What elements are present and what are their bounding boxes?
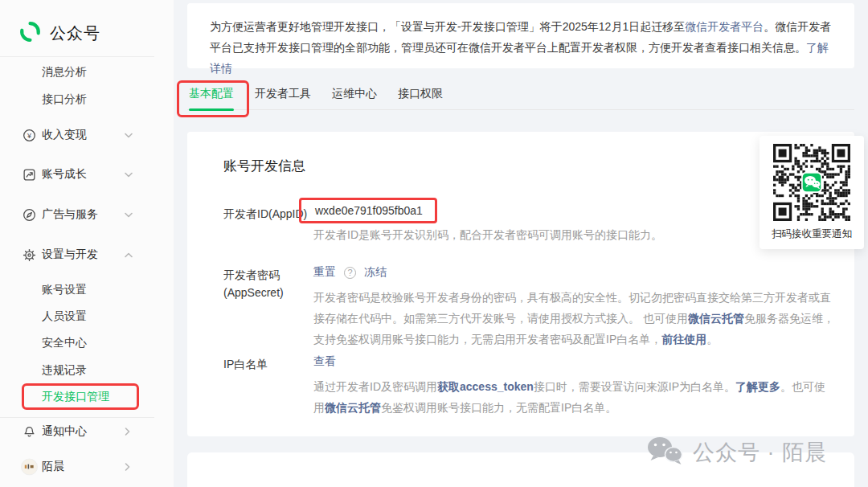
banner-text: 为方便运营者更好地管理开发接口，「设置与开发-开发接口管理」将于2025年12月…: [210, 16, 832, 79]
chevron-right-icon: [125, 463, 133, 471]
sidebar-item-violation-records[interactable]: 违规记录: [0, 358, 174, 383]
learn-more-ip-link[interactable]: 了解更多: [735, 380, 780, 393]
gear-icon: [22, 248, 36, 262]
sidebar-group-settings-dev[interactable]: 设置与开发: [0, 243, 174, 267]
appsecret-label: 开发者密码(AppSecret): [223, 265, 313, 350]
sidebar-divider: [0, 417, 154, 418]
brand-name: 公众号: [50, 23, 100, 44]
brand-logo[interactable]: 公众号: [19, 21, 100, 46]
sidebar-item-label: 消息分析: [42, 65, 87, 80]
bell-icon: [22, 424, 36, 439]
sidebar-item-staff-settings[interactable]: 人员设置: [0, 305, 174, 329]
wechat-devplatform-link[interactable]: 微信开发者平台: [685, 20, 764, 33]
account-name: 陌晨: [42, 460, 64, 474]
qr-caption: 扫码接收重要通知: [760, 227, 864, 241]
sidebar-item-message-analytics[interactable]: 消息分析: [0, 60, 174, 84]
view-ip-whitelist-link[interactable]: 查看: [313, 354, 336, 369]
sidebar-group-ads-services[interactable]: 广告与服务: [0, 203, 174, 227]
appsecret-help-icon[interactable]: ?: [344, 267, 356, 279]
appsecret-desc: 开发者密码是校验账号开发者身份的密码，具有极高的安全性。切记勿把密码直接交给第三…: [313, 287, 834, 350]
sidebar-item-label: 广告与服务: [42, 207, 98, 222]
chevron-up-icon: [125, 251, 133, 259]
appsecret-row: 开发者密码(AppSecret) 重置 ? 冻结 开发者密码是校验账号开发者身份…: [223, 265, 854, 350]
qr-notification-card: 扫码接收重要通知: [760, 136, 864, 249]
sidebar-item-account-settings[interactable]: 账号设置: [0, 278, 174, 302]
sidebar-item-label: 通知中心: [42, 424, 87, 439]
mp-logo-icon: [19, 21, 41, 46]
sidebar-item-label: 违规记录: [42, 363, 87, 378]
sidebar-item-notification-center[interactable]: 通知中心: [0, 419, 174, 444]
appsecret-desc-part: 。: [706, 333, 718, 346]
sidebar-item-dev-api-management[interactable]: 开发接口管理: [0, 385, 174, 409]
freeze-appsecret-link[interactable]: 冻结: [364, 265, 387, 280]
reset-appsecret-link[interactable]: 重置: [313, 265, 336, 280]
qr-wechat-icon: [803, 174, 821, 192]
appid-label: 开发者ID(AppID): [223, 204, 313, 245]
chevron-down-icon: [125, 131, 133, 139]
sidebar-divider: [0, 56, 154, 57]
go-use-link[interactable]: 前往使用: [661, 333, 706, 346]
appid-desc: 开发者ID是账号开发识别码，配合开发者密码可调用账号的接口能力。: [313, 224, 834, 245]
get-access-token-link[interactable]: 获取access_token: [437, 380, 534, 393]
sidebar-item-label: 账号设置: [42, 283, 87, 297]
tab-developer-tools[interactable]: 开发者工具: [255, 87, 311, 104]
chevron-right-icon: [125, 428, 133, 436]
sidebar-group-account-growth[interactable]: 账号成长: [0, 162, 174, 186]
migration-notice-banner: 为方便运营者更好地管理开发接口，「设置与开发-开发接口管理」将于2025年12月…: [187, 3, 854, 68]
sidebar-group-monetization[interactable]: ¥ 收入变现: [0, 123, 174, 147]
next-section-card: [187, 452, 854, 487]
sidebar-account[interactable]: 陌晨: [0, 455, 174, 479]
sidebar-item-security-center[interactable]: 安全中心: [0, 331, 174, 355]
chevron-down-icon: [125, 170, 133, 178]
appid-value: wxde0e791f095fb0a1: [313, 204, 834, 217]
chart-icon: [22, 167, 36, 182]
ip-whitelist-row: IP白名单 查看 通过开发者ID及密码调用获取access_token接口时，需…: [223, 354, 854, 418]
tabs-underline: [187, 109, 854, 110]
config-tabs: 基本配置 开发者工具 运维中心 接口权限: [189, 87, 443, 104]
sidebar: 公众号 消息分析 接口分析 ¥ 收入变现: [0, 0, 174, 487]
sidebar-item-label: 安全中心: [42, 336, 87, 350]
qr-code: [773, 144, 850, 221]
tab-ops-center[interactable]: 运维中心: [332, 87, 377, 104]
ip-desc-part: 免鉴权调用账号接口能力，无需配置IP白名单。: [381, 401, 616, 414]
compass-icon: [22, 207, 36, 222]
ip-whitelist-label: IP白名单: [223, 354, 313, 418]
sidebar-item-label: 设置与开发: [42, 248, 98, 262]
tab-api-permissions[interactable]: 接口权限: [398, 87, 443, 104]
sidebar-item-api-analytics[interactable]: 接口分析: [0, 88, 174, 112]
chevron-down-icon: [125, 211, 133, 219]
tab-basic-config[interactable]: 基本配置: [189, 87, 234, 104]
sidebar-item-label: 人员设置: [42, 309, 87, 324]
ip-whitelist-desc: 通过开发者ID及密码调用获取access_token接口时，需要设置访问来源IP…: [313, 376, 834, 418]
cloud-hosting-link[interactable]: 微信云托管: [688, 312, 744, 325]
avatar: [21, 459, 38, 476]
sidebar-item-label: 账号成长: [42, 167, 87, 182]
cloud-hosting-link[interactable]: 微信云托管: [325, 401, 381, 414]
wechat-mp-console: 公众号 消息分析 接口分析 ¥ 收入变现: [0, 0, 868, 487]
ip-desc-part: 通过开发者ID及密码调用: [313, 380, 437, 393]
sidebar-item-label: 开发接口管理: [42, 390, 109, 404]
sidebar-item-label: 收入变现: [42, 128, 87, 142]
sidebar-item-label: 接口分析: [42, 92, 87, 107]
svg-text:¥: ¥: [27, 131, 31, 139]
ip-desc-part: 接口时，需要设置访问来源IP为白名单。: [534, 380, 735, 393]
banner-text-part: 为方便运营者更好地管理开发接口，「设置与开发-开发接口管理」将于2025年12月…: [210, 20, 685, 33]
account-dev-info-card: 账号开发信息 开发者ID(AppID) wxde0e791f095fb0a1 开…: [187, 132, 854, 436]
yen-circle-icon: ¥: [22, 128, 36, 142]
